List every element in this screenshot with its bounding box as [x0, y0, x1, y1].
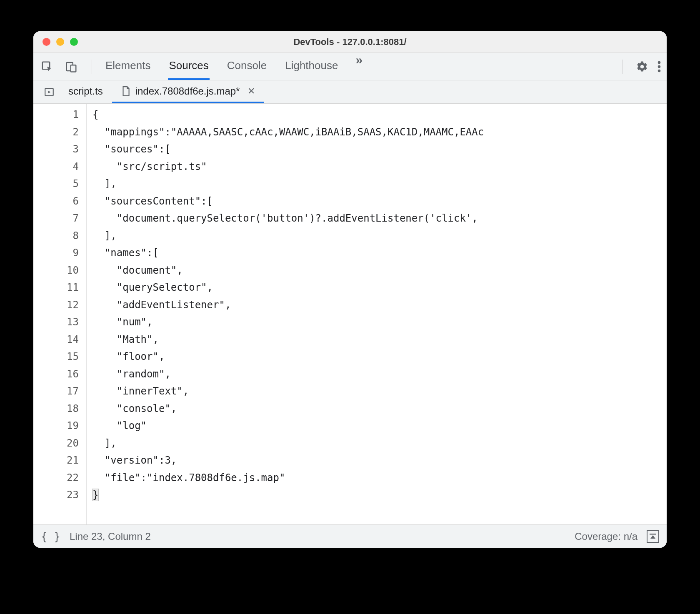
svg-rect-7	[650, 534, 656, 535]
svg-rect-2	[71, 65, 76, 72]
more-tabs-icon[interactable]: »	[355, 53, 362, 80]
tab-elements[interactable]: Elements	[105, 53, 151, 80]
code-editor[interactable]: 1234567891011121314151617181920212223 { …	[33, 104, 667, 524]
tab-console[interactable]: Console	[226, 53, 268, 80]
more-options-icon[interactable]	[658, 60, 661, 73]
code-content[interactable]: { "mappings":"AAAAA,SAASC,cAAc,WAAWC,iBA…	[87, 104, 667, 524]
cursor-position: Line 23, Column 2	[70, 531, 151, 542]
status-bar: { } Line 23, Column 2 Coverage: n/a	[33, 524, 667, 548]
window-title: DevTools - 127.0.0.1:8081/	[33, 37, 667, 47]
file-icon	[121, 86, 130, 97]
file-tab-label: script.ts	[68, 85, 103, 97]
navigator-toggle-icon[interactable]	[39, 80, 59, 103]
svg-point-3	[658, 61, 661, 64]
main-toolbar: Elements Sources Console Lighthouse »	[33, 53, 667, 80]
traffic-lights	[33, 38, 78, 46]
file-tabs: script.ts index.7808df6e.js.map* ✕	[33, 80, 667, 104]
svg-point-5	[658, 69, 661, 72]
tab-sources[interactable]: Sources	[168, 53, 209, 80]
inspect-element-icon[interactable]	[39, 59, 55, 75]
pretty-print-icon[interactable]: { }	[41, 530, 60, 543]
toolbar-divider	[622, 60, 622, 74]
file-tab-index-map[interactable]: index.7808df6e.js.map* ✕	[112, 80, 264, 103]
file-tab-label: index.7808df6e.js.map*	[135, 85, 240, 97]
panel-tabs: Elements Sources Console Lighthouse »	[105, 53, 362, 80]
line-number-gutter: 1234567891011121314151617181920212223	[33, 104, 87, 524]
settings-gear-icon[interactable]	[636, 60, 648, 73]
maximize-window-button[interactable]	[70, 38, 78, 46]
close-tab-icon[interactable]: ✕	[248, 86, 255, 97]
collapse-drawer-icon[interactable]	[647, 530, 659, 543]
file-tab-script-ts[interactable]: script.ts	[59, 80, 112, 103]
devtools-window: DevTools - 127.0.0.1:8081/ Elements Sour…	[33, 31, 667, 548]
coverage-status: Coverage: n/a	[575, 531, 638, 542]
tab-lighthouse[interactable]: Lighthouse	[284, 53, 339, 80]
device-toolbar-icon[interactable]	[63, 59, 79, 75]
titlebar: DevTools - 127.0.0.1:8081/	[33, 31, 667, 53]
svg-point-4	[658, 65, 661, 68]
toolbar-divider	[92, 60, 92, 74]
minimize-window-button[interactable]	[56, 38, 64, 46]
close-window-button[interactable]	[42, 38, 50, 46]
